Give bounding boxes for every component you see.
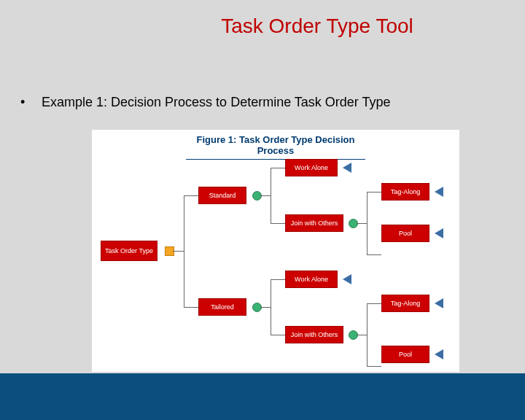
bullet-marker: • [20,95,38,110]
end-arrow-icon [343,274,351,284]
node-root: Task Order Type [101,241,158,261]
slide: Task Order Type Tool • Example 1: Decisi… [0,0,525,420]
bullet-text: Example 1: Decision Process to Determine… [42,95,391,109]
node-outcome-pool: Pool [381,346,429,363]
node-option-join-others: Join with Others [285,214,343,232]
connector-line [271,335,285,335]
connector-line [357,335,367,335]
node-branch-standard: Standard [198,187,246,204]
connector-line [367,303,381,304]
node-option-work-alone: Work Alone [285,159,338,176]
connector-line [357,223,367,224]
figure-panel: Figure 1: Task Order Type Decision Proce… [92,130,459,372]
connector-line [367,366,381,367]
connector-line [367,192,368,254]
end-arrow-icon [435,187,443,197]
figure-title: Figure 1: Task Order Type Decision Proce… [186,134,365,160]
node-option-join-others: Join with Others [285,326,343,343]
connector-line [271,223,285,224]
bullet-item: • Example 1: Decision Process to Determi… [20,95,391,110]
connector-line [260,307,271,308]
node-option-work-alone: Work Alone [285,271,338,288]
node-branch-tailored: Tailored [198,298,246,316]
connector-line [184,307,198,308]
end-arrow-icon [435,349,443,359]
connector-line [271,279,285,280]
connector-line [271,279,271,335]
connector-line [184,195,198,196]
connector-line [367,192,381,192]
end-arrow-icon [435,228,443,238]
end-arrow-icon [343,163,351,173]
node-outcome-tagalong: Tag-Along [381,295,429,312]
footer-bar [0,373,525,420]
node-outcome-tagalong: Tag-Along [381,183,429,201]
connector-line [367,254,381,255]
connector-line [173,251,184,252]
connector-line [271,168,271,223]
end-arrow-icon [435,298,443,308]
page-title: Task Order Type Tool [0,15,525,38]
connector-line [367,303,368,366]
node-outcome-pool: Pool [381,225,429,242]
connector-line [260,195,271,196]
connector-line [271,168,285,168]
connector-line [184,195,184,307]
